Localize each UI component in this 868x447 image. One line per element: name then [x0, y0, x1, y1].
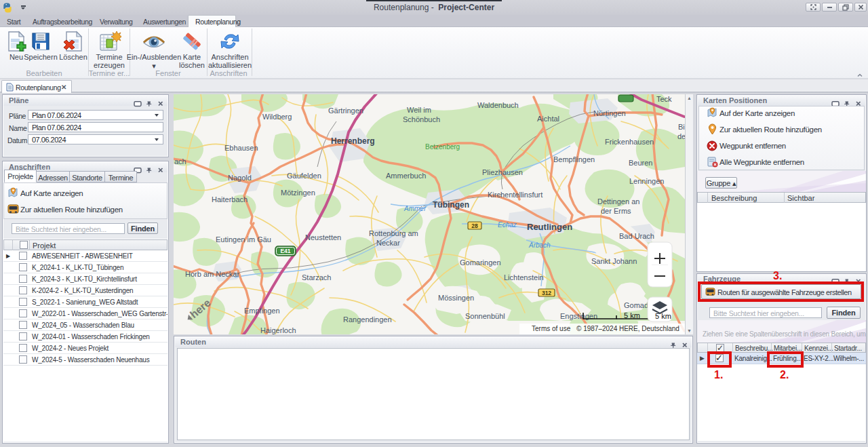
svg-text:312: 312 [542, 290, 551, 296]
svg-text:Kirchentellinsfurt: Kirchentellinsfurt [488, 191, 542, 199]
svg-text:Eutingen im Gäu: Eutingen im Gäu [216, 235, 271, 244]
svg-text:der Erms: der Erms [601, 207, 631, 215]
svg-text:Rangendingen: Rangendingen [343, 315, 392, 324]
svg-text:Reutlingen: Reutlingen [527, 222, 572, 232]
svg-text:E41: E41 [280, 248, 290, 254]
svg-text:Neustetten: Neustetten [305, 233, 341, 241]
svg-text:Ebhausen: Ebhausen [224, 144, 258, 152]
svg-text:Empfingen: Empfingen [244, 307, 280, 315]
svg-text:Aichtal: Aichtal [537, 115, 559, 123]
svg-text:Sankt Johann: Sankt Johann [591, 257, 637, 265]
svg-text:5 km: 5 km [655, 312, 671, 320]
svg-text:© 1987–2024 HERE, Deutschland: © 1987–2024 HERE, Deutschland [576, 325, 679, 332]
svg-text:Teck: Teck [656, 95, 672, 103]
svg-text:Bad Urach: Bad Urach [619, 232, 654, 240]
svg-text:Starzach: Starzach [302, 273, 331, 281]
svg-text:Beuren: Beuren [629, 159, 652, 167]
svg-text:Waldenbuch: Waldenbuch [477, 101, 519, 109]
svg-text:5 km: 5 km [624, 311, 640, 319]
svg-text:Mötzingen: Mötzingen [281, 189, 315, 197]
svg-text:Pliezhausen: Pliezhausen [482, 168, 523, 176]
svg-text:Wildberg: Wildberg [262, 113, 292, 121]
svg-text:Haiterbach: Haiterbach [212, 195, 248, 203]
svg-text:Nagold: Nagold [228, 174, 252, 182]
svg-text:Bempflingen: Bempflingen [553, 155, 595, 163]
svg-text:Neckar: Neckar [376, 239, 400, 247]
svg-text:Arbach: Arbach [528, 241, 551, 249]
svg-text:Gärtringen: Gärtringen [328, 106, 363, 115]
svg-text:Betzenberg: Betzenberg [425, 143, 460, 151]
svg-text:Terms of use: Terms of use [532, 325, 571, 332]
svg-text:de: de [677, 132, 685, 140]
svg-text:Sonnenbühl: Sonnenbühl [465, 312, 505, 320]
svg-text:Weil im: Weil im [407, 106, 431, 114]
svg-text:Tübingen: Tübingen [433, 200, 469, 210]
svg-text:Dettingen an: Dettingen an [597, 197, 639, 206]
svg-text:Lenningen: Lenningen [629, 177, 664, 185]
svg-text:Rottenburg am: Rottenburg am [369, 229, 418, 237]
svg-text:28: 28 [471, 222, 478, 229]
svg-text:Gomaringen: Gomaringen [460, 258, 501, 267]
svg-text:Schönbuch: Schönbuch [403, 115, 440, 123]
svg-text:Lichtenstein: Lichtenstein [504, 273, 544, 281]
svg-text:Mössingen: Mössingen [438, 294, 474, 302]
svg-text:Nürtingen: Nürtingen [593, 109, 626, 117]
svg-text:ach: ach [174, 157, 186, 166]
svg-text:Haigerloch: Haigerloch [260, 326, 296, 334]
svg-text:Horb am Neckar: Horb am Neckar [185, 270, 239, 278]
svg-text:Ammer: Ammer [403, 205, 427, 212]
svg-text:Bi: Bi [678, 123, 685, 131]
svg-text:Ammerbuch: Ammerbuch [386, 172, 426, 180]
svg-text:Echaz: Echaz [498, 221, 517, 229]
svg-text:Herrenberg: Herrenberg [331, 136, 375, 146]
svg-text:Frickenhausen: Frickenhausen [605, 138, 654, 146]
svg-text:Gäufelden: Gäufelden [287, 172, 321, 180]
